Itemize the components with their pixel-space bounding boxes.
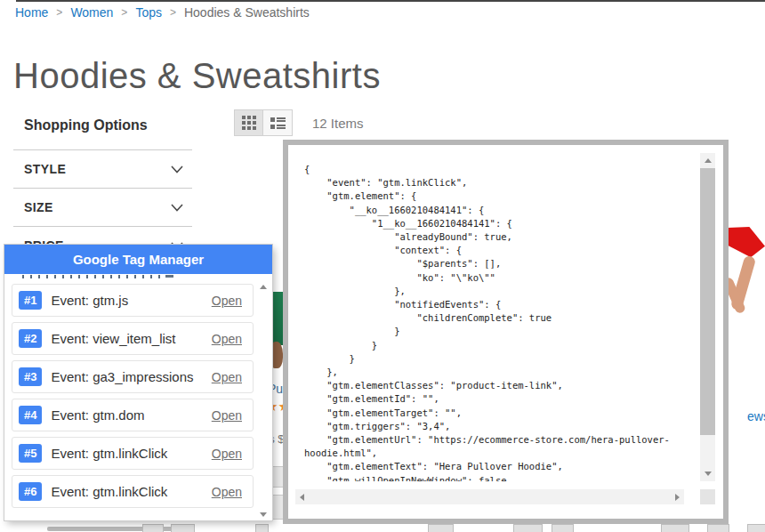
open-event-link[interactable]: Open (212, 485, 242, 499)
reviews-link-fragment[interactable]: ews (747, 409, 765, 423)
scroll-right-arrow-icon[interactable] (675, 494, 680, 501)
button-fragment (142, 524, 164, 532)
list-icon (270, 117, 286, 129)
event-label: Event: gtm.dom (51, 407, 211, 423)
filter-label: SIZE (24, 200, 53, 214)
gtm-event-row: #5 Event: gtm.linkClick Open (12, 437, 254, 470)
open-event-link[interactable]: Open (212, 294, 242, 308)
scrollbar-corner (700, 489, 715, 504)
item-count: 12 Items (312, 116, 364, 131)
chevron-down-icon (171, 161, 183, 177)
open-event-link[interactable]: Open (212, 408, 242, 423)
breadcrumb: Home > Women > Tops > Hoodies & Sweatshi… (15, 5, 310, 20)
open-event-link[interactable]: Open (212, 332, 242, 346)
chevron-down-icon (171, 199, 183, 215)
event-label: Event: gtm.linkClick (51, 484, 211, 499)
json-horizontal-scrollbar[interactable] (295, 489, 684, 504)
button-fragment (747, 524, 765, 532)
event-label: Event: view_item_list (51, 331, 211, 346)
button-fragment (428, 524, 454, 532)
button-fragment (707, 524, 729, 532)
page-title: Hoodies & Sweatshirts (13, 56, 381, 96)
event-number-badge: #1 (19, 291, 42, 310)
event-number-badge: #4 (19, 406, 42, 424)
breadcrumb-item[interactable]: Tops (135, 5, 162, 20)
json-vertical-scrollbar[interactable] (700, 153, 715, 481)
red-shirt-image-fragment (728, 225, 765, 314)
breadcrumb-item[interactable]: Hoodies & Sweatshirts (184, 5, 310, 20)
event-label: Event: gtm.js (51, 293, 211, 308)
list-view-button[interactable] (263, 109, 293, 136)
filter-accordion-row[interactable]: SIZE (13, 188, 192, 226)
gtm-event-row: #1 Event: gtm.js Open (12, 284, 254, 317)
open-event-link[interactable]: Open (212, 370, 242, 384)
button-fragment (513, 524, 543, 532)
open-event-link[interactable]: Open (212, 447, 242, 461)
gtm-event-json-panel: { "event": "gtm.linkClick", "gtm.element… (283, 140, 729, 524)
event-number-badge: #5 (19, 444, 42, 463)
scroll-left-arrow-icon[interactable] (300, 494, 304, 501)
product-list-toolbar: 12 Items (234, 109, 364, 136)
breadcrumb-item[interactable]: Home (15, 5, 48, 20)
top-edge-fragment (16, 0, 765, 2)
vertical-scrollbar-thumb[interactable] (700, 168, 715, 435)
event-json-code: { "event": "gtm.linkClick", "gtm.element… (295, 152, 684, 481)
scroll-up-arrow-icon[interactable] (700, 153, 715, 168)
gtm-panel-header[interactable]: Google Tag Manager (4, 245, 272, 274)
gtm-event-row: #3 Event: ga3_impressions Open (12, 360, 254, 393)
filter-label: STYLE (24, 162, 66, 176)
button-fragment (552, 524, 574, 532)
button-fragment (661, 524, 689, 532)
gtm-event-row: #4 Event: gtm.dom Open (12, 399, 254, 431)
breadcrumb-separator: > (56, 6, 62, 19)
gtm-event-row: #2 Event: view_item_list Open (12, 322, 254, 355)
button-fragment (255, 524, 269, 532)
event-number-badge: #2 (19, 329, 42, 348)
category-page: Pu ★★ as $ ews Home > Women > Tops > Hoo… (0, 0, 765, 532)
event-label: Event: ga3_impressions (51, 369, 211, 384)
clipped-filter-text-fragment (22, 275, 165, 278)
clipped-chevron-fragment (165, 275, 173, 278)
breadcrumb-separator: > (121, 6, 127, 19)
gtm-event-row: #6 Event: gtm.linkClick Open (12, 475, 254, 508)
gtm-event-list-body: #1 Event: gtm.js Open #2 Event: view_ite… (4, 279, 272, 520)
filter-accordion-row[interactable]: STYLE (13, 149, 192, 188)
button-fragment (171, 524, 195, 532)
shopping-options-heading: Shopping Options (13, 109, 192, 149)
breadcrumb-separator: > (170, 6, 176, 19)
gtm-event-list: #1 Event: gtm.js Open #2 Event: view_ite… (12, 284, 254, 513)
gtm-panel-scrollbar[interactable] (257, 283, 270, 519)
event-number-badge: #3 (19, 367, 42, 386)
layered-nav-sidebar: Shopping Options STYLE SIZE (13, 109, 192, 264)
scroll-up-arrow-icon[interactable] (260, 285, 267, 289)
event-number-badge: #6 (19, 482, 42, 501)
green-hoodie-image-fragment (272, 292, 283, 345)
breadcrumb-item[interactable]: Women (70, 5, 113, 20)
grid-icon (242, 116, 256, 130)
scrollbar-fragment[interactable] (47, 527, 190, 531)
scroll-down-arrow-icon[interactable] (260, 512, 267, 517)
grid-view-button[interactable] (234, 109, 263, 136)
json-panel-inner: { "event": "gtm.linkClick", "gtm.element… (288, 145, 723, 519)
gtm-debug-panel: Google Tag Manager #1 Event: gtm.js Open… (4, 245, 272, 520)
scroll-down-arrow-icon[interactable] (700, 466, 715, 481)
event-label: Event: gtm.linkClick (51, 446, 211, 461)
